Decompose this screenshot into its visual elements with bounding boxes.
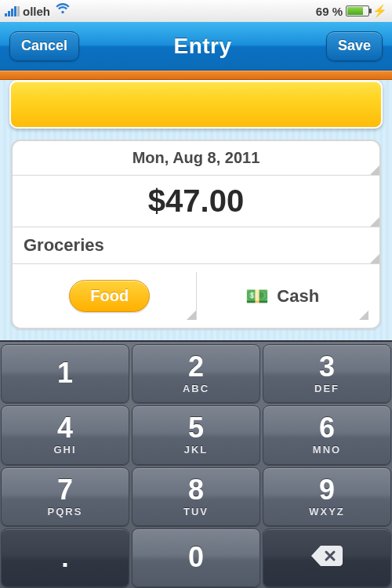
key-8[interactable]: 8TUV bbox=[132, 467, 260, 526]
battery-icon bbox=[346, 5, 369, 16]
header-banner[interactable] bbox=[9, 80, 383, 129]
category-cell[interactable]: Food bbox=[24, 272, 196, 320]
signal-bars-icon bbox=[5, 5, 20, 16]
status-bar: olleh 69 % ⚡ bbox=[0, 0, 392, 22]
corner-indicator-icon bbox=[187, 310, 196, 320]
date-row[interactable]: Mon, Aug 8, 2011 bbox=[13, 141, 379, 176]
nav-bar: Cancel Entry Save bbox=[0, 22, 392, 71]
key-4[interactable]: 4GHI bbox=[1, 405, 129, 464]
cancel-button[interactable]: Cancel bbox=[9, 31, 79, 61]
amount-value: $47.00 bbox=[148, 183, 244, 218]
category-pill: Food bbox=[69, 280, 150, 312]
corner-indicator-icon bbox=[370, 254, 379, 263]
battery-pct: 69 % bbox=[316, 5, 343, 18]
key-dot[interactable]: . bbox=[1, 528, 129, 587]
accent-strip bbox=[0, 71, 392, 80]
entry-card: Mon, Aug 8, 2011 $47.00 Groceries Food bbox=[11, 140, 381, 329]
amount-row[interactable]: $47.00 bbox=[13, 176, 379, 227]
carrier-label: olleh bbox=[23, 5, 50, 18]
key-1[interactable]: 1 bbox=[1, 344, 129, 403]
key-5[interactable]: 5JKL bbox=[132, 405, 260, 464]
corner-indicator-icon bbox=[359, 310, 368, 320]
payment-label: Cash bbox=[277, 286, 319, 307]
key-0[interactable]: 0 bbox=[132, 528, 260, 587]
key-backspace[interactable] bbox=[263, 528, 391, 587]
payment-cell[interactable]: 💵 Cash bbox=[196, 272, 369, 320]
key-6[interactable]: 6MNO bbox=[263, 405, 391, 464]
backspace-icon bbox=[310, 544, 344, 571]
corner-indicator-icon bbox=[370, 165, 379, 175]
key-9[interactable]: 9WXYZ bbox=[263, 467, 391, 526]
save-button[interactable]: Save bbox=[326, 31, 383, 61]
cash-icon: 💵 bbox=[245, 285, 269, 307]
key-2[interactable]: 2ABC bbox=[132, 344, 260, 403]
key-3[interactable]: 3DEF bbox=[263, 344, 391, 403]
note-row[interactable]: Groceries bbox=[13, 227, 379, 264]
date-value: Mon, Aug 8, 2011 bbox=[132, 149, 260, 166]
note-value: Groceries bbox=[24, 235, 104, 255]
content-area: Mon, Aug 8, 2011 $47.00 Groceries Food bbox=[0, 80, 392, 340]
key-7[interactable]: 7PQRS bbox=[1, 467, 129, 526]
page-title: Entry bbox=[173, 34, 231, 59]
charging-icon: ⚡ bbox=[372, 4, 387, 18]
corner-indicator-icon bbox=[370, 217, 379, 227]
numeric-keypad: 1 2ABC 3DEF 4GHI 5JKL 6MNO 7PQRS 8TUV 9W… bbox=[0, 340, 392, 588]
wifi-icon bbox=[56, 3, 70, 17]
